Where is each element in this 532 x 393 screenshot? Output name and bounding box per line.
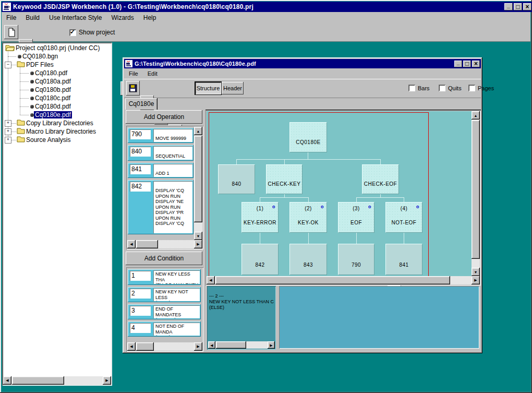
minimize-button[interactable]: [504, 3, 513, 10]
condition-number[interactable]: 1: [130, 271, 151, 281]
scroll-thumb[interactable]: [216, 341, 246, 349]
quits-checkbox[interactable]: [439, 85, 445, 91]
minimize-button[interactable]: [454, 61, 462, 67]
scroll-right-button[interactable]: [268, 341, 275, 349]
diagram-node-check-key[interactable]: CHECK-KEY: [266, 164, 303, 194]
condition-text[interactable]: NEW KEY LESS THA (FH-CQ-MAN-RKEY: [153, 270, 200, 284]
scroll-thumb[interactable]: [471, 120, 480, 259]
expand-expander[interactable]: [5, 120, 11, 127]
condition-text[interactable]: NOT END OF MANDA (ELSE): [153, 323, 200, 336]
diagram-node-not-eof[interactable]: (4) o NOT-EOF: [385, 202, 422, 233]
quits-toggle[interactable]: Quits: [439, 85, 462, 91]
structure-diagram-canvas[interactable]: CQ0180E 840 CHECK-KEY CHECK-EOF (1) o KE…: [207, 111, 471, 276]
scroll-up-button[interactable]: [471, 111, 480, 120]
show-project-checkbox[interactable]: [69, 29, 76, 36]
expand-expander[interactable]: [5, 137, 11, 144]
operation-row-842[interactable]: 842 DISPLAY 'CQ UPON RUN DISPLAY 'NE UPO…: [128, 180, 194, 234]
tree-item-macro-lib[interactable]: Macro Library Directories: [17, 127, 97, 136]
menu-help[interactable]: Help: [139, 13, 161, 22]
operations-vscrollbar[interactable]: [194, 127, 202, 240]
operation-text[interactable]: MOVE 999999: [153, 129, 192, 142]
scroll-right-button[interactable]: [194, 342, 202, 351]
operations-hscrollbar[interactable]: [127, 240, 202, 248]
condition-row-2[interactable]: 2 NEW KEY NOT LESS (ELSE): [128, 287, 201, 302]
add-condition-button[interactable]: Add Condition: [126, 252, 202, 265]
operation-row-840[interactable]: 840 SEQUENTIAL: [128, 145, 194, 161]
conditions-hscrollbar[interactable]: [127, 342, 202, 351]
menu-edit[interactable]: Edit: [143, 69, 162, 78]
operation-number[interactable]: 842: [130, 182, 151, 192]
menu-file[interactable]: File: [2, 13, 21, 22]
condition-row-3[interactable]: 3 END OF MANDATES (FH-EOF): [128, 304, 201, 319]
scroll-left-button[interactable]: [207, 276, 215, 284]
scroll-thumb[interactable]: [12, 376, 64, 385]
diagram-node-check-eof[interactable]: CHECK-EOF: [362, 164, 399, 194]
tab-cq0180e[interactable]: Cq0180e: [125, 98, 158, 110]
condition-number[interactable]: 4: [130, 323, 151, 333]
pages-checkbox[interactable]: [468, 85, 475, 91]
tree-item-copy-lib[interactable]: Copy Library Directories: [17, 119, 94, 127]
status-hscrollbar[interactable]: [208, 341, 275, 349]
menu-build[interactable]: Build: [21, 13, 44, 22]
diagram-node-842[interactable]: 842: [241, 244, 279, 275]
tree-item-pdf5-selected[interactable]: Cq0180e.pdf: [30, 111, 72, 119]
bars-toggle[interactable]: Bars: [408, 85, 430, 91]
tree-item-pdf4[interactable]: Cq0180d.pdf: [30, 102, 72, 111]
operation-text[interactable]: SEQUENTIAL: [153, 146, 192, 160]
close-button[interactable]: [472, 61, 480, 67]
scroll-thumb[interactable]: [136, 240, 158, 248]
add-operation-button[interactable]: Add Operation: [126, 110, 202, 124]
tree-root-row[interactable]: Project cq0180.prj (Under CC): [5, 44, 101, 52]
scroll-left-button[interactable]: [208, 341, 215, 349]
scroll-down-button[interactable]: [194, 232, 202, 240]
operation-text[interactable]: DISPLAY 'CQ UPON RUN DISPLAY 'NE UPON RU…: [153, 181, 192, 233]
condition-row-4[interactable]: 4 NOT END OF MANDA (ELSE): [128, 321, 201, 337]
diagram-node-790[interactable]: 790: [338, 244, 374, 275]
show-project-toggle[interactable]: Show project: [69, 29, 115, 36]
pages-toggle[interactable]: Pages: [468, 85, 494, 91]
operation-row-790[interactable]: 790 MOVE 999999: [128, 128, 194, 143]
tree-item-pdf1[interactable]: Cq0180a.pdf: [30, 77, 72, 86]
editor-titlebar[interactable]: G:\Testing\Workbench\cq0180\Cq0180e.pdf: [124, 59, 481, 68]
diagram-node-key-ok[interactable]: (2) o KEY-OK: [289, 202, 327, 233]
tree-item-source-analysis[interactable]: Source Analysis: [17, 136, 71, 144]
condition-text[interactable]: END OF MANDATES (FH-EOF): [153, 305, 200, 318]
scroll-down-button[interactable]: [471, 268, 480, 276]
diagram-node-key-error[interactable]: (1) o KEY-ERROR: [241, 202, 279, 233]
scroll-thumb[interactable]: [215, 276, 450, 284]
scroll-thumb[interactable]: [194, 136, 202, 222]
scroll-left-button[interactable]: [127, 240, 136, 248]
diagram-node-843[interactable]: 843: [289, 244, 327, 275]
structure-view-button[interactable]: Structure: [195, 82, 221, 94]
scroll-right-button[interactable]: [194, 240, 202, 248]
scroll-up-button[interactable]: [194, 127, 202, 135]
diagram-hscrollbar[interactable]: [207, 276, 480, 284]
collapse-expander[interactable]: [5, 62, 11, 68]
scroll-right-button[interactable]: [103, 376, 111, 385]
scroll-left-button[interactable]: [127, 342, 136, 351]
tree-item-pdf0[interactable]: Cq0180.pdf: [30, 69, 68, 77]
diagram-node-841[interactable]: 841: [385, 244, 422, 275]
condition-row-1[interactable]: 1 NEW KEY LESS THA (FH-CQ-MAN-RKEY: [128, 269, 201, 285]
diagram-node-root[interactable]: CQ0180E: [289, 122, 327, 152]
bars-checkbox[interactable]: [408, 85, 415, 91]
tree-item-pdf-files[interactable]: PDF Files: [17, 61, 55, 69]
diagram-node-840[interactable]: 840: [218, 164, 255, 194]
tree-item-pdf2[interactable]: Cq0180b.pdf: [30, 86, 72, 94]
operation-number[interactable]: 841: [130, 164, 151, 174]
maximize-button[interactable]: [463, 61, 471, 67]
operation-text[interactable]: ADD 1: [153, 164, 192, 177]
menu-file[interactable]: File: [124, 69, 143, 78]
maximize-button[interactable]: [514, 3, 522, 10]
main-titlebar[interactable]: Keywood JSD/JSP Workbench (1.0) - G:\Tes…: [2, 2, 532, 12]
new-button[interactable]: [4, 25, 18, 39]
menu-use-interface-style[interactable]: Use Interface Style: [44, 13, 106, 22]
condition-text[interactable]: NEW KEY NOT LESS (ELSE): [153, 288, 200, 301]
header-view-button[interactable]: Header: [222, 82, 244, 94]
condition-number[interactable]: 2: [130, 289, 151, 299]
close-button[interactable]: [523, 3, 531, 10]
menu-wizards[interactable]: Wizards: [106, 13, 138, 22]
tree-item-pdf3[interactable]: Cq0180c.pdf: [30, 94, 71, 102]
tree-hscrollbar[interactable]: [3, 376, 111, 385]
condition-number[interactable]: 3: [130, 306, 151, 316]
